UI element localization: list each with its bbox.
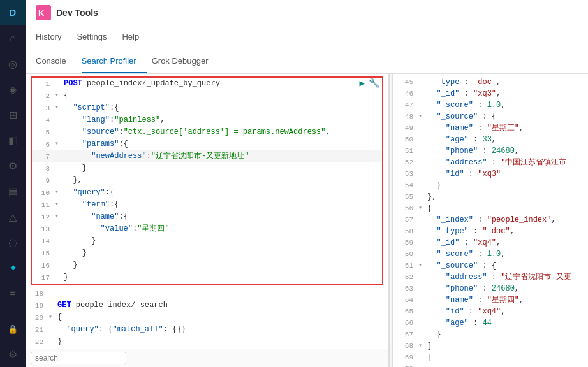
line-1: 1 POST people_index/_update_by_query ▶ 🔧 — [32, 78, 382, 90]
svg-text:K: K — [38, 8, 45, 18]
result-line-46: 46 "_id" : "xq3", — [393, 88, 588, 99]
result-line-56: 56 ▾ { — [393, 203, 588, 214]
nav-history[interactable]: History — [36, 27, 61, 47]
tab-console[interactable]: Console — [36, 50, 77, 73]
discover-icon[interactable]: ◎ — [0, 51, 26, 76]
main-area: K Dev Tools History Settings Help Consol… — [26, 0, 588, 367]
line-17: 17 } — [32, 271, 382, 284]
nav-help[interactable]: Help — [122, 27, 139, 47]
apm-icon[interactable]: △ — [0, 204, 26, 229]
line-1-actions: ▶ 🔧 — [360, 78, 379, 89]
line-21: 21 "query": {"match_all": {}} — [26, 324, 388, 336]
result-line-62: 62 "address" : "辽宁省沈阳市-又更 — [393, 271, 588, 283]
result-line-64: 64 "name" : "星期四", — [393, 294, 588, 306]
line-4: 4 "lang":"painless", — [32, 114, 382, 126]
result-line-57: 57 "_index" : "people_index", — [393, 214, 588, 226]
result-line-61: 61 ▾ "_source" : { — [393, 260, 588, 271]
results-panel[interactable]: 45 _type : _doc , 46 "_id" : "xq3", 47 "… — [393, 74, 588, 367]
lock-icon[interactable]: 🔒 — [0, 316, 26, 342]
tabs-bar: Console Search Profiler Grok Debugger — [26, 48, 588, 74]
line-14: 14 } — [32, 235, 382, 247]
uptime-icon[interactable]: ◌ — [0, 229, 26, 255]
result-line-59: 59 "_id" : "xq4", — [393, 237, 588, 248]
content-area: 1 POST people_index/_update_by_query ▶ 🔧… — [26, 74, 588, 367]
result-line-67: 67 } — [393, 329, 588, 340]
result-line-48: 48 ▾ "_source" : { — [393, 111, 588, 122]
result-line-52: 52 "address" : "中国江苏省镇江市 — [393, 157, 588, 168]
line-20: 20 ▾ { — [26, 312, 388, 324]
line-22: 22 } — [26, 336, 388, 348]
code-block-update: 1 POST people_index/_update_by_query ▶ 🔧… — [31, 76, 383, 285]
wrench-icon[interactable]: 🔧 — [369, 78, 379, 89]
tab-grok-debugger[interactable]: Grok Debugger — [152, 50, 219, 73]
line-16: 16 } — [32, 259, 382, 271]
line-18: 18 — [26, 287, 388, 299]
nav-bar: History Settings Help — [26, 25, 588, 48]
result-line-63: 63 "phone" : 24680, — [393, 283, 588, 294]
result-line-69: 69 ] — [393, 352, 588, 363]
app-logo-letter: D — [10, 8, 16, 18]
topbar: K Dev Tools — [26, 0, 588, 25]
line-12: 12 ▾ "name":{ — [32, 211, 382, 223]
kibana-logo: K — [36, 5, 51, 20]
line-6: 6 ▾ "params":{ — [32, 138, 382, 150]
devtools-icon[interactable]: ✦ — [0, 255, 26, 280]
result-line-55: 55 }, — [393, 191, 588, 203]
dashboard-icon[interactable]: ⊞ — [0, 102, 26, 127]
editor-panel: 1 POST people_index/_update_by_query ▶ 🔧… — [26, 74, 389, 367]
result-line-53: 53 "id" : "xq3" — [393, 168, 588, 180]
result-line-58: 58 "_type" : "_doc", — [393, 226, 588, 237]
line-9: 9 }, — [32, 175, 382, 187]
stack-icon[interactable]: ≡ — [0, 280, 26, 306]
visualize-icon[interactable]: ◈ — [0, 76, 26, 102]
search-bar — [26, 349, 388, 367]
ml-icon[interactable]: ⚙ — [0, 153, 26, 178]
nav-settings[interactable]: Settings — [77, 27, 107, 47]
result-line-66: 66 "age" : 44 — [393, 317, 588, 329]
code-after-block: 18 19 GET people_index/_search 20 ▾ { — [26, 287, 388, 349]
run-icon[interactable]: ▶ — [360, 78, 365, 89]
tab-search-profiler[interactable]: Search Profiler — [82, 50, 147, 73]
line-5: 5 "source":"ctx._source['address'] = par… — [32, 126, 382, 138]
line-15: 15 } — [32, 247, 382, 259]
line-8: 8 } — [32, 162, 382, 175]
result-line-49: 49 "name" : "星期三", — [393, 122, 588, 134]
result-line-47: 47 "_score" : 1.0, — [393, 99, 588, 111]
result-line-54: 54 } — [393, 180, 588, 191]
result-line-60: 60 "_score" : 1.0, — [393, 248, 588, 260]
result-line-68: 68 ▾ ] — [393, 340, 588, 352]
app-title: Dev Tools — [56, 8, 98, 18]
line-13: 13 "value":"星期四" — [32, 223, 382, 235]
sidebar-top: D — [0, 0, 26, 25]
line-19: 19 GET people_index/_search — [26, 299, 388, 312]
result-line-45: 45 _type : _doc , — [393, 76, 588, 88]
infra-icon[interactable]: ▤ — [0, 178, 26, 204]
result-line-65: 65 "id" : "xq4", — [393, 306, 588, 317]
result-line-51: 51 "phone" : 24680, — [393, 145, 588, 157]
result-line-50: 50 "age" : 33, — [393, 134, 588, 145]
canvas-icon[interactable]: ◧ — [0, 127, 26, 153]
home-icon[interactable]: ⌂ — [0, 25, 26, 51]
result-line-70: 70 — [393, 363, 588, 367]
sidebar: D ⌂ ◎ ◈ ⊞ ◧ ⚙ ▤ △ ◌ ✦ ≡ 🔒 ⚙ — [0, 0, 26, 367]
line-11: 11 ▾ "term":{ — [32, 199, 382, 211]
line-7: 7 "newAddress":"辽宁省沈阳市-又更新地址" — [32, 150, 382, 162]
line-2: 2 ▾ { — [32, 90, 382, 102]
search-input[interactable] — [31, 352, 126, 364]
line-3: 3 ▾ "script":{ — [32, 102, 382, 114]
editor-area[interactable]: 1 POST people_index/_update_by_query ▶ 🔧… — [26, 74, 388, 349]
line-10: 10 ▾ "query":{ — [32, 187, 382, 199]
settings-bottom-icon[interactable]: ⚙ — [0, 342, 26, 367]
